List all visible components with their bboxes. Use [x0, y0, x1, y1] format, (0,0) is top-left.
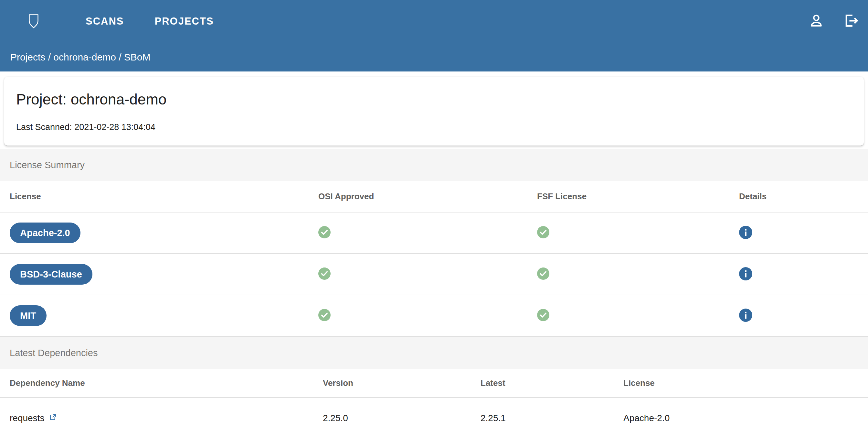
- check-icon: [537, 267, 549, 280]
- account-button[interactable]: [807, 12, 826, 31]
- license-chip: Apache-2.0: [10, 223, 81, 243]
- app-bar-top: SCANS PROJECTS: [0, 0, 868, 43]
- shield-outline-icon: [28, 13, 39, 29]
- page-content: Project: ochrona-demo Last Scanned: 2021…: [0, 77, 868, 425]
- external-link-icon: [49, 413, 57, 423]
- main-nav: SCANS PROJECTS: [86, 16, 245, 27]
- nav-item-projects[interactable]: PROJECTS: [155, 16, 214, 27]
- breadcrumb[interactable]: Projects / ochrona-demo / SBoM: [10, 52, 151, 63]
- col-header-license: License: [623, 369, 868, 397]
- col-header-license: License: [0, 181, 318, 212]
- project-card: Project: ochrona-demo Last Scanned: 2021…: [4, 77, 864, 146]
- check-icon: [318, 267, 331, 280]
- person-icon: [808, 12, 825, 30]
- license-chip: MIT: [10, 305, 46, 326]
- dependency-link[interactable]: requests: [10, 413, 57, 423]
- project-title: Project: ochrona-demo: [16, 91, 851, 108]
- dependency-table-header-row: Dependency Name Version Latest License: [0, 369, 868, 397]
- col-header-details: Details: [739, 181, 868, 212]
- app-logo[interactable]: [28, 13, 39, 29]
- dependency-license: Apache-2.0: [623, 413, 670, 423]
- col-header-osi-approved: OSI Approved: [318, 181, 537, 212]
- license-row: Apache-2.0: [0, 212, 868, 254]
- latest-dependencies-heading: Latest Dependencies: [10, 348, 98, 358]
- last-scanned-text: Last Scanned: 2021-02-28 13:04:04: [16, 122, 851, 132]
- logout-icon: [841, 12, 860, 31]
- info-button[interactable]: [739, 226, 752, 239]
- nav-item-scans[interactable]: SCANS: [86, 16, 124, 27]
- col-header-fsf-license: FSF License: [537, 181, 739, 212]
- license-summary-table: License OSI Approved FSF License Details…: [0, 181, 868, 337]
- col-header-dependency-name: Dependency Name: [0, 369, 323, 397]
- dependency-latest: 2.25.1: [480, 413, 506, 423]
- dependency-row: requests 2.25.0 2.25.1 Apache-2.0: [0, 397, 868, 425]
- license-summary-heading: License Summary: [10, 160, 85, 170]
- col-header-version: Version: [323, 369, 480, 397]
- check-icon: [537, 226, 549, 238]
- breadcrumb-bar: Projects / ochrona-demo / SBoM: [0, 43, 868, 72]
- license-row: BSD-3-Clause: [0, 254, 868, 295]
- license-chip: BSD-3-Clause: [10, 264, 92, 285]
- license-summary-band: License Summary: [0, 149, 868, 181]
- check-icon: [318, 226, 331, 238]
- license-table-header-row: License OSI Approved FSF License Details: [0, 181, 868, 212]
- col-header-latest: Latest: [480, 369, 623, 397]
- latest-dependencies-table: Dependency Name Version Latest License r…: [0, 369, 868, 425]
- app-bar: SCANS PROJECTS Projects / ochrona-demo /…: [0, 0, 868, 72]
- dependency-name: requests: [10, 413, 44, 423]
- license-row: MIT: [0, 295, 868, 336]
- logout-button[interactable]: [840, 11, 861, 32]
- latest-dependencies-band: Latest Dependencies: [0, 337, 868, 369]
- check-icon: [537, 309, 549, 321]
- info-button[interactable]: [739, 267, 752, 280]
- dependency-version: 2.25.0: [323, 413, 348, 423]
- check-icon: [318, 309, 331, 321]
- info-button[interactable]: [739, 309, 752, 322]
